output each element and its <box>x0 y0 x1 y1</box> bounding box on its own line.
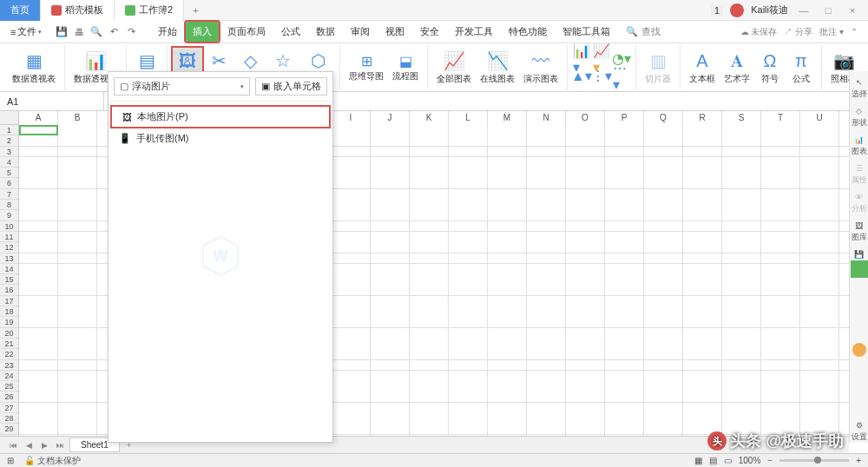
flowchart-button[interactable]: ⬓流程图 <box>389 50 422 84</box>
zoom-in-button[interactable]: + <box>856 456 861 465</box>
search-box[interactable]: 🔍查找 <box>626 25 661 38</box>
row-header-14[interactable]: 14 <box>0 264 18 274</box>
onlinechart-button[interactable]: 📉在线图表 <box>477 48 518 87</box>
maximize-button[interactable]: □ <box>819 5 837 16</box>
avatar-icon[interactable] <box>730 3 744 17</box>
col-header-R[interactable]: R <box>683 111 722 125</box>
tab-smarttools[interactable]: 智能工具箱 <box>556 22 617 42</box>
save-icon[interactable]: 💾 <box>54 24 69 40</box>
tab-start[interactable]: 开始 <box>151 22 184 42</box>
row-header-28[interactable]: 28 <box>0 413 18 424</box>
sheet-nav-prev[interactable]: ◀ <box>23 441 35 450</box>
view-normal-icon[interactable]: ▦ <box>694 456 702 465</box>
orange-badge-icon[interactable] <box>852 343 866 357</box>
workbook-tab[interactable]: 工作簿2 <box>115 0 184 21</box>
home-tab[interactable]: 首页 <box>0 0 41 21</box>
row-header-22[interactable]: 22 <box>0 349 18 359</box>
tab-formula[interactable]: 公式 <box>274 22 307 42</box>
sheet-nav-first[interactable]: ⏮ <box>7 441 19 450</box>
zoom-out-button[interactable]: − <box>767 456 773 465</box>
undo-icon[interactable]: ↶ <box>106 24 122 40</box>
row-header-4[interactable]: 4 <box>0 157 18 168</box>
slicer-button[interactable]: ▥切片器 <box>641 48 674 87</box>
share-button[interactable]: ↗ 分享 <box>784 26 812 38</box>
tab-devtools[interactable]: 开发工具 <box>448 22 500 42</box>
embed-cell-button[interactable]: ▣嵌入单元格 <box>255 77 327 95</box>
col-header-N[interactable]: N <box>527 111 566 125</box>
doc-tools-icon[interactable]: ⊞ <box>7 456 14 465</box>
local-picture-item[interactable]: 🖼本地图片(P) <box>112 107 329 127</box>
row-header-26[interactable]: 26 <box>0 391 18 402</box>
row-header-1[interactable]: 1 <box>0 125 18 135</box>
print-icon[interactable]: 🖶 <box>71 24 87 40</box>
redo-icon[interactable]: ↷ <box>123 24 139 40</box>
col-header-I[interactable]: I <box>332 111 371 125</box>
row-header-10[interactable]: 10 <box>0 221 18 232</box>
phone-picture-item[interactable]: 📱手机传图(M) <box>108 128 332 148</box>
symbol-button[interactable]: Ω符号 <box>755 48 785 87</box>
float-picture-select[interactable]: ▢浮动图片▾ <box>114 77 250 95</box>
chart-line-icon[interactable]: 📈▾ <box>593 50 610 68</box>
row-header-7[interactable]: 7 <box>0 189 18 200</box>
col-header-B[interactable]: B <box>58 111 97 125</box>
sidebar-gallery[interactable]: 🖼图库 <box>852 221 867 243</box>
preview-icon[interactable]: 🔍 <box>89 24 104 40</box>
col-header-J[interactable]: J <box>371 111 410 125</box>
close-button[interactable]: × <box>844 5 861 16</box>
col-header-A[interactable]: A <box>19 111 58 125</box>
view-page-icon[interactable]: ▤ <box>709 456 717 465</box>
pivot-table-button[interactable]: ▦数据透视表 <box>9 48 59 87</box>
row-header-17[interactable]: 17 <box>0 296 18 306</box>
sparkline-button[interactable]: 〰演示图表 <box>520 48 562 87</box>
col-header-U[interactable]: U <box>800 111 839 125</box>
row-header-6[interactable]: 6 <box>0 178 18 188</box>
row-header-11[interactable]: 11 <box>0 232 18 242</box>
tab-security[interactable]: 安全 <box>413 22 446 42</box>
sheet-nav-last[interactable]: ⏭ <box>54 441 66 450</box>
user-name[interactable]: Kaili筱迪 <box>751 3 788 16</box>
zoom-slider[interactable] <box>779 459 849 462</box>
row-header-27[interactable]: 27 <box>0 403 18 413</box>
collapse-ribbon-icon[interactable]: ⌃ <box>851 27 858 36</box>
wordart-button[interactable]: 𝐀艺术字 <box>720 48 753 87</box>
cooperate-button[interactable]: 批注 ▾ <box>819 26 844 38</box>
row-header-5[interactable]: 5 <box>0 168 18 178</box>
view-read-icon[interactable]: ▭ <box>724 456 732 465</box>
row-header-13[interactable]: 13 <box>0 253 18 264</box>
equation-button[interactable]: π公式 <box>786 48 816 87</box>
add-tab-button[interactable]: + <box>184 5 207 16</box>
sidebar-props[interactable]: ☰属性 <box>852 164 867 186</box>
name-box[interactable]: A1 <box>0 92 104 110</box>
col-header-O[interactable]: O <box>566 111 605 125</box>
docer-tab[interactable]: 稻壳模板 <box>41 0 115 21</box>
sidebar-chart[interactable]: 📊图表 <box>852 135 867 157</box>
sidebar-analysis[interactable]: 👁分析 <box>852 193 867 214</box>
tab-review[interactable]: 审阅 <box>344 22 377 42</box>
row-header-19[interactable]: 19 <box>0 317 18 327</box>
col-header-Q[interactable]: Q <box>644 111 683 125</box>
chart-more-icon[interactable]: ⋯▾ <box>613 68 630 85</box>
row-header-25[interactable]: 25 <box>0 381 18 391</box>
textbox-button[interactable]: A文本框 <box>686 48 719 87</box>
hex-badge-icon[interactable] <box>851 260 868 278</box>
minimize-button[interactable]: — <box>795 5 812 16</box>
mindmap-button[interactable]: ⊞思维导图 <box>345 50 387 84</box>
row-header-16[interactable]: 16 <box>0 285 18 295</box>
col-header-M[interactable]: M <box>488 111 527 125</box>
chart-area-icon[interactable]: ▲▾ <box>573 68 590 85</box>
row-header-20[interactable]: 20 <box>0 328 18 339</box>
sidebar-shape[interactable]: ◇形状 <box>852 107 867 128</box>
row-header-8[interactable]: 8 <box>0 200 18 210</box>
tab-data[interactable]: 数据 <box>309 22 342 42</box>
col-header-T[interactable]: T <box>761 111 800 125</box>
col-header-P[interactable]: P <box>605 111 644 125</box>
zoom-level[interactable]: 100% <box>739 456 761 465</box>
col-header-L[interactable]: L <box>449 111 488 125</box>
row-header-3[interactable]: 3 <box>0 147 18 157</box>
file-menu[interactable]: ≡ 文件 ▾ <box>3 23 49 40</box>
tab-view[interactable]: 视图 <box>378 22 411 42</box>
col-header-K[interactable]: K <box>410 111 449 125</box>
row-header-2[interactable]: 2 <box>0 135 18 146</box>
row-header-15[interactable]: 15 <box>0 274 18 285</box>
tab-pagelayout[interactable]: 页面布局 <box>220 22 273 42</box>
